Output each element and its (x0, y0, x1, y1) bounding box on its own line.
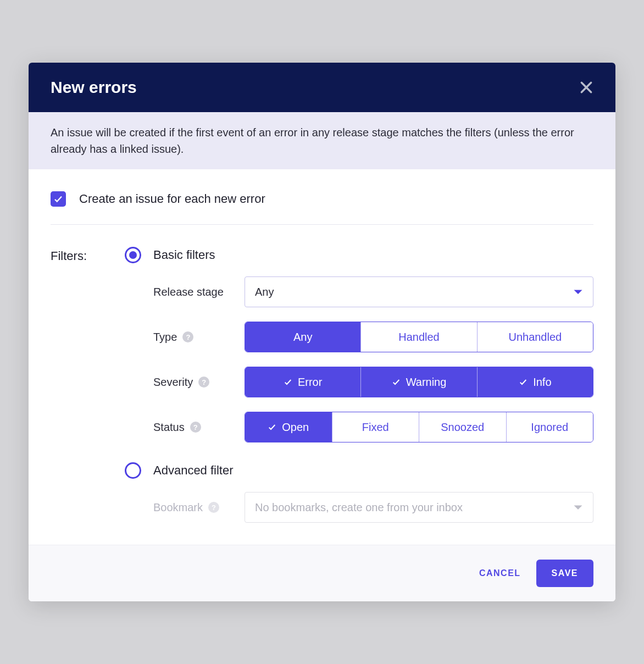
advanced-filter-radio[interactable] (125, 462, 141, 479)
severity-option-warning-label: Warning (406, 376, 447, 389)
status-row: Status ? Open Fixed (153, 412, 593, 442)
modal-header: New errors (29, 63, 615, 112)
check-icon (392, 378, 401, 386)
advanced-filter-radio-row: Advanced filter (125, 462, 593, 479)
release-stage-select[interactable]: Any (245, 276, 593, 307)
basic-filters-label: Basic filters (153, 248, 215, 262)
advanced-filter-rows: Bookmark ? No bookmarks, create one from… (125, 492, 593, 523)
basic-filter-rows: Release stage Any Type ? (125, 276, 593, 442)
check-icon (284, 378, 292, 386)
status-segment-group: Open Fixed Snoozed Ignored (245, 412, 593, 442)
severity-option-info-label: Info (533, 376, 551, 389)
filters-section: Filters: Basic filters Release stage (51, 225, 593, 523)
type-option-any-label: Any (293, 331, 312, 344)
release-stage-row: Release stage Any (153, 276, 593, 307)
severity-option-error-label: Error (298, 376, 322, 389)
help-icon[interactable]: ? (198, 377, 209, 388)
radio-dot-icon (129, 251, 137, 259)
type-row: Type ? Any Handled (153, 322, 593, 352)
status-option-snoozed-label: Snoozed (441, 421, 484, 434)
status-option-fixed[interactable]: Fixed (332, 412, 420, 442)
create-issue-row: Create an issue for each new error (51, 191, 593, 225)
bookmark-select: No bookmarks, create one from your inbox (245, 492, 593, 523)
status-label: Status ? (153, 421, 236, 434)
bookmark-label: Bookmark ? (153, 501, 236, 514)
type-segment-group: Any Handled Unhandled (245, 322, 593, 352)
help-icon[interactable]: ? (190, 422, 201, 433)
new-errors-modal: New errors An issue will be created if t… (29, 63, 615, 601)
severity-label: Severity ? (153, 376, 236, 389)
type-option-unhandled-label: Unhandled (508, 331, 562, 344)
cancel-button[interactable]: CANCEL (479, 568, 521, 578)
close-button[interactable] (579, 80, 593, 95)
bookmark-row: Bookmark ? No bookmarks, create one from… (153, 492, 593, 523)
release-stage-label: Release stage (153, 286, 236, 298)
help-icon[interactable]: ? (182, 331, 193, 342)
filter-groups: Basic filters Release stage Any (125, 247, 593, 523)
severity-option-info[interactable]: Info (478, 367, 593, 397)
severity-row: Severity ? Error Warning (153, 367, 593, 397)
check-icon (53, 194, 63, 204)
close-icon (579, 80, 593, 95)
modal-description: An issue will be created if the first ev… (29, 112, 615, 169)
chevron-down-icon (573, 501, 583, 514)
modal-body: Create an issue for each new error Filte… (29, 169, 615, 545)
check-icon (519, 378, 528, 386)
status-option-ignored[interactable]: Ignored (507, 412, 593, 442)
type-option-any[interactable]: Any (245, 322, 361, 352)
basic-filters-radio-row: Basic filters (125, 247, 593, 263)
advanced-filter-label: Advanced filter (153, 463, 234, 478)
bookmark-label-text: Bookmark (153, 501, 203, 514)
basic-filters-radio[interactable] (125, 247, 141, 263)
type-option-unhandled[interactable]: Unhandled (478, 322, 593, 352)
create-issue-label: Create an issue for each new error (79, 192, 265, 206)
create-issue-checkbox[interactable] (51, 191, 66, 207)
modal-title: New errors (51, 78, 137, 97)
status-label-text: Status (153, 421, 185, 434)
release-stage-value: Any (255, 286, 274, 298)
basic-filter-group: Basic filters Release stage Any (125, 247, 593, 442)
status-option-ignored-label: Ignored (531, 421, 568, 434)
severity-option-error[interactable]: Error (245, 367, 361, 397)
status-option-open-label: Open (282, 421, 309, 434)
type-label: Type ? (153, 331, 236, 344)
modal-footer: CANCEL SAVE (29, 545, 615, 601)
status-option-fixed-label: Fixed (362, 421, 389, 434)
type-option-handled[interactable]: Handled (361, 322, 477, 352)
severity-label-text: Severity (153, 376, 193, 389)
advanced-filter-group: Advanced filter Bookmark ? No bookmarks,… (125, 462, 593, 523)
help-icon[interactable]: ? (208, 502, 219, 513)
check-icon (268, 423, 276, 431)
severity-segment-group: Error Warning Info (245, 367, 593, 397)
filters-label: Filters: (51, 247, 97, 523)
type-option-handled-label: Handled (398, 331, 440, 344)
chevron-down-icon (573, 286, 583, 298)
type-label-text: Type (153, 331, 177, 344)
bookmark-placeholder: No bookmarks, create one from your inbox (255, 501, 463, 514)
save-button[interactable]: SAVE (536, 560, 593, 587)
status-option-open[interactable]: Open (245, 412, 332, 442)
status-option-snoozed[interactable]: Snoozed (419, 412, 507, 442)
severity-option-warning[interactable]: Warning (361, 367, 477, 397)
